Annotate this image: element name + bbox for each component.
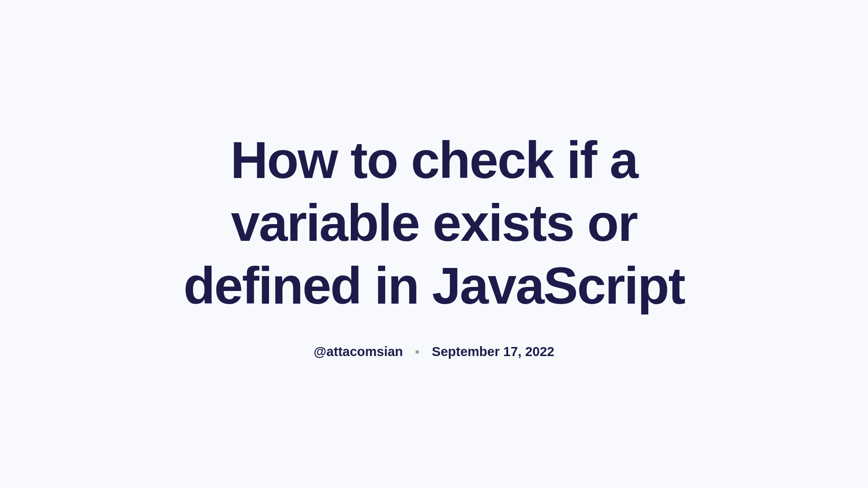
article-meta: @attacomsian September 17, 2022 [158, 344, 710, 359]
author-handle[interactable]: @attacomsian [314, 344, 403, 359]
dot-separator-icon [415, 350, 419, 354]
article-title: How to check if a variable exists or def… [158, 129, 710, 317]
article-header: How to check if a variable exists or def… [140, 129, 728, 359]
publish-date: September 17, 2022 [432, 344, 554, 359]
